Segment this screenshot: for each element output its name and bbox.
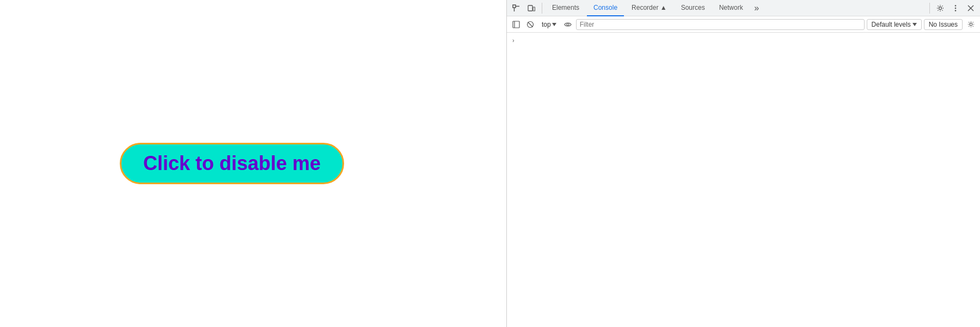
- console-expand-icon[interactable]: ›: [511, 35, 976, 46]
- context-selector[interactable]: top: [538, 20, 560, 29]
- svg-rect-3: [528, 5, 532, 11]
- svg-rect-11: [513, 21, 519, 28]
- clear-console-icon[interactable]: [524, 19, 536, 31]
- console-secondary-bar: top Default levels No Issues: [507, 16, 980, 33]
- svg-point-8: [955, 10, 957, 11]
- devtools-right-icons: [927, 1, 978, 15]
- inspect-element-icon[interactable]: [509, 1, 523, 15]
- no-issues-button[interactable]: No Issues: [924, 19, 963, 30]
- toolbar-separator-2: [929, 3, 930, 14]
- svg-rect-4: [533, 7, 535, 11]
- tab-console[interactable]: Console: [587, 0, 624, 16]
- disable-me-button[interactable]: Click to disable me: [120, 143, 344, 184]
- tab-network[interactable]: Network: [713, 0, 750, 16]
- tab-sources[interactable]: Sources: [675, 0, 712, 16]
- devtools-toolbar: Elements Console Recorder ▲ Sources Netw…: [507, 0, 980, 16]
- more-tabs-button[interactable]: »: [751, 2, 763, 14]
- console-filter-input[interactable]: [576, 19, 865, 30]
- log-levels-button[interactable]: Default levels: [867, 19, 922, 30]
- svg-point-15: [567, 23, 569, 26]
- tab-elements[interactable]: Elements: [546, 0, 586, 16]
- svg-point-6: [955, 5, 957, 7]
- page-area: Click to disable me: [0, 0, 506, 327]
- settings-icon[interactable]: [933, 1, 947, 15]
- more-options-icon[interactable]: [948, 1, 963, 15]
- svg-point-16: [970, 23, 972, 26]
- close-devtools-icon[interactable]: [964, 1, 978, 15]
- svg-line-14: [528, 22, 533, 27]
- device-toolbar-icon[interactable]: [524, 1, 538, 15]
- svg-point-7: [955, 7, 957, 9]
- devtools-panel: Elements Console Recorder ▲ Sources Netw…: [506, 0, 980, 327]
- svg-point-5: [939, 7, 942, 9]
- live-expressions-icon[interactable]: [562, 19, 574, 31]
- tab-recorder[interactable]: Recorder ▲: [625, 0, 673, 16]
- console-content: ›: [507, 33, 980, 327]
- svg-rect-0: [513, 5, 516, 8]
- console-sidebar-icon[interactable]: [510, 19, 522, 31]
- console-settings-icon[interactable]: [965, 19, 977, 31]
- toolbar-separator-1: [542, 3, 542, 14]
